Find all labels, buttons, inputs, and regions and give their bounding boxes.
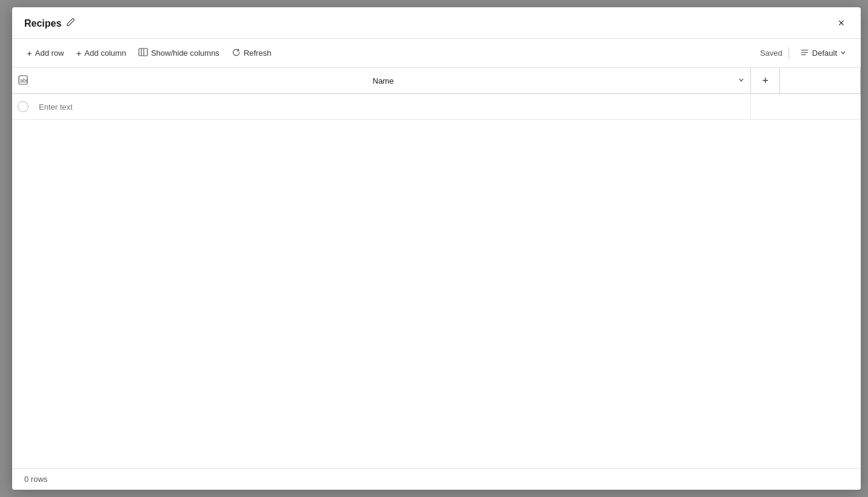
svg-text:abc: abc [20, 78, 28, 84]
data-table: abc Name [12, 68, 861, 120]
header-row: abc Name [12, 68, 861, 94]
toolbar-right: Saved Default [760, 45, 851, 62]
row-count-label: 0 rows [24, 475, 47, 484]
show-hide-columns-button[interactable]: Show/hide columns [133, 44, 224, 62]
saved-status: Saved [760, 48, 782, 58]
name-cell-content [12, 94, 750, 119]
edit-title-icon[interactable] [66, 18, 75, 28]
default-view-button[interactable]: Default [795, 45, 851, 62]
show-hide-columns-label: Show/hide columns [151, 48, 220, 58]
add-column-icon: + [76, 48, 81, 58]
modal-dialog: Recipes × + Add row + Add column [12, 7, 861, 490]
toolbar-divider [789, 47, 789, 59]
add-column-header[interactable]: + [751, 68, 861, 94]
table-content-area: abc Name [12, 68, 861, 468]
row-circle-icon [18, 101, 29, 112]
add-row-icon: + [27, 48, 32, 58]
modal-titlebar: Recipes × [12, 7, 861, 39]
name-column-header[interactable]: abc Name [12, 68, 751, 94]
add-row-label: Add row [35, 48, 64, 58]
modal-overlay: Recipes × + Add row + Add column [0, 0, 868, 497]
add-column-header-button[interactable]: + [751, 68, 780, 93]
close-button[interactable]: × [832, 14, 851, 33]
name-cell-input[interactable] [34, 94, 750, 119]
table-body [12, 94, 861, 120]
extra-col-cell [751, 94, 861, 120]
default-view-label: Default [812, 48, 837, 58]
name-cell[interactable] [12, 94, 751, 120]
modal-footer: 0 rows [12, 468, 861, 490]
default-view-chevron [840, 48, 846, 58]
name-column-sort-icon [738, 77, 744, 84]
table-header: abc Name [12, 68, 861, 94]
add-column-button[interactable]: + Add column [71, 45, 130, 61]
row-handle[interactable] [12, 94, 34, 119]
add-row-button[interactable]: + Add row [22, 45, 69, 61]
name-column-type-icon: abc [18, 75, 28, 87]
refresh-label: Refresh [244, 48, 272, 58]
modal-title: Recipes [24, 18, 61, 29]
name-column-header-content[interactable]: abc Name [12, 68, 750, 93]
refresh-icon [232, 48, 241, 59]
name-column-header-label: Name [32, 76, 735, 85]
refresh-button[interactable]: Refresh [227, 45, 277, 62]
add-column-label: Add column [84, 48, 126, 58]
modal-title-section: Recipes [24, 18, 75, 29]
toolbar-left: + Add row + Add column Show/h [22, 44, 276, 62]
default-view-icon [800, 48, 809, 59]
table-row [12, 94, 861, 120]
modal-toolbar: + Add row + Add column Show/h [12, 39, 861, 68]
svg-rect-0 [139, 48, 147, 56]
show-hide-columns-icon [138, 47, 148, 59]
